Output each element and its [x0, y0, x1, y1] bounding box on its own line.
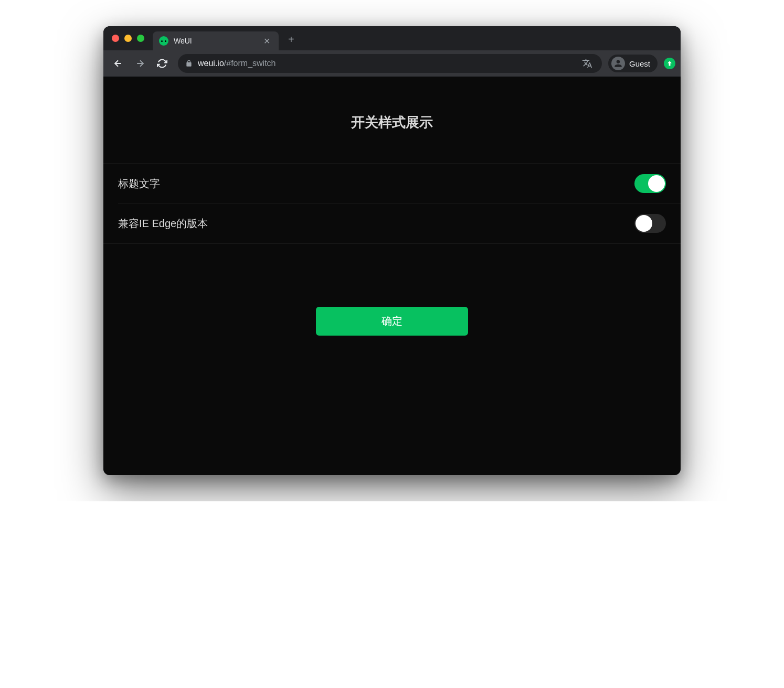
- forward-button[interactable]: [131, 54, 150, 73]
- reload-button[interactable]: [153, 54, 172, 73]
- switch-cell: 标题文字: [103, 164, 681, 203]
- reload-icon: [157, 58, 167, 69]
- window-controls: [110, 35, 149, 42]
- switch-label: 兼容IE Edge的版本: [118, 217, 208, 231]
- arrow-left-icon: [113, 58, 123, 69]
- profile-chip[interactable]: Guest: [608, 55, 658, 72]
- window-minimize-button[interactable]: [124, 35, 132, 42]
- close-icon[interactable]: ✕: [261, 35, 272, 47]
- page-content: 开关样式展示 标题文字 兼容IE Edge的版本 确定: [103, 77, 681, 475]
- form-cells: 标题文字 兼容IE Edge的版本: [103, 163, 681, 244]
- url-text: weui.io/#form_switch: [198, 59, 575, 68]
- url-path: /#form_switch: [224, 59, 276, 68]
- switch-label: 标题文字: [118, 177, 160, 191]
- avatar-icon: [611, 57, 625, 70]
- browser-toolbar: weui.io/#form_switch Guest: [103, 50, 681, 77]
- new-tab-button[interactable]: +: [283, 31, 300, 48]
- switch-knob: [635, 215, 652, 232]
- profile-name: Guest: [629, 59, 650, 68]
- browser-window: WeUI ✕ + weui.io/#form_switch: [103, 26, 681, 475]
- address-bar[interactable]: weui.io/#form_switch: [178, 54, 602, 73]
- switch-toggle[interactable]: [634, 214, 666, 233]
- back-button[interactable]: [109, 54, 128, 73]
- submit-button[interactable]: 确定: [316, 307, 468, 336]
- tab-title: WeUI: [174, 37, 256, 45]
- url-host: weui.io: [198, 59, 224, 68]
- tab-bar: WeUI ✕ +: [103, 26, 681, 50]
- arrow-right-icon: [135, 58, 145, 69]
- translate-icon[interactable]: [580, 56, 595, 71]
- page-title: 开关样式展示: [103, 77, 681, 163]
- switch-knob: [648, 175, 665, 192]
- lock-icon: [185, 60, 193, 67]
- window-close-button[interactable]: [112, 35, 119, 42]
- switch-toggle[interactable]: [634, 174, 666, 193]
- switch-cell: 兼容IE Edge的版本: [103, 203, 681, 243]
- browser-tab[interactable]: WeUI ✕: [153, 31, 279, 50]
- window-maximize-button[interactable]: [137, 35, 144, 42]
- update-available-icon[interactable]: [664, 58, 675, 69]
- button-area: 确定: [103, 244, 681, 336]
- wechat-icon: [159, 36, 168, 46]
